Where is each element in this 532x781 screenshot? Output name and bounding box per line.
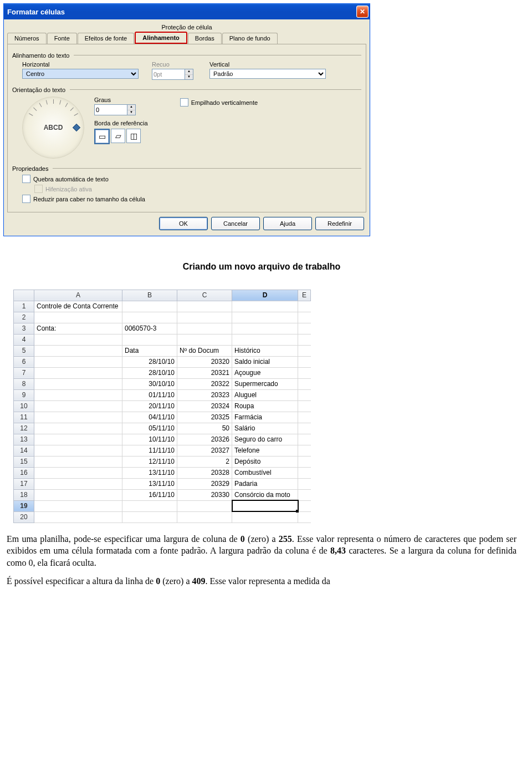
- cell[interactable]: [177, 511, 232, 523]
- cell[interactable]: [34, 400, 122, 412]
- cell[interactable]: [232, 500, 298, 511]
- cell[interactable]: [232, 334, 298, 345]
- col-header-A[interactable]: A: [34, 290, 122, 301]
- cell[interactable]: 10/11/10: [122, 434, 177, 445]
- row-header[interactable]: 9: [14, 389, 34, 400]
- cell[interactable]: [177, 500, 232, 511]
- row-header[interactable]: 13: [14, 434, 34, 445]
- cell[interactable]: Roupa: [232, 400, 298, 412]
- tab-font[interactable]: Fonte: [47, 33, 77, 44]
- cell[interactable]: 04/11/10: [122, 412, 177, 423]
- cell[interactable]: 16/11/10: [122, 489, 177, 500]
- help-button[interactable]: Ajuda: [263, 217, 312, 230]
- cell[interactable]: Controle de Conta Corrente: [34, 301, 122, 312]
- cell[interactable]: [34, 356, 122, 367]
- row-header[interactable]: 18: [14, 489, 34, 500]
- row-header[interactable]: 5: [14, 345, 34, 356]
- stacked-checkbox[interactable]: [180, 98, 188, 106]
- cell[interactable]: Saldo inicial: [232, 356, 298, 367]
- cell[interactable]: [34, 378, 122, 389]
- tab-background[interactable]: Plano de fundo: [222, 33, 278, 44]
- row-header[interactable]: 6: [14, 356, 34, 367]
- cell[interactable]: [298, 301, 311, 312]
- cell[interactable]: [298, 389, 311, 400]
- row-header[interactable]: 12: [14, 423, 34, 434]
- col-header-C[interactable]: C: [177, 290, 232, 301]
- cell[interactable]: 20324: [177, 400, 232, 412]
- upper-tab-protection[interactable]: Proteção de célula: [7, 23, 366, 32]
- cell[interactable]: [177, 301, 232, 312]
- horizontal-select[interactable]: Centro: [22, 69, 139, 79]
- cell[interactable]: [232, 312, 298, 323]
- cell[interactable]: [177, 323, 232, 334]
- cell[interactable]: Salário: [232, 423, 298, 434]
- cell[interactable]: [298, 312, 311, 323]
- row-header[interactable]: 3: [14, 323, 34, 334]
- cell[interactable]: [298, 412, 311, 423]
- cell[interactable]: 05/11/10: [122, 423, 177, 434]
- row-header[interactable]: 20: [14, 511, 34, 523]
- cell[interactable]: 20329: [177, 478, 232, 489]
- cell[interactable]: 13/11/10: [122, 478, 177, 489]
- row-header[interactable]: 19: [14, 500, 34, 511]
- cell[interactable]: [34, 467, 122, 478]
- cell[interactable]: [298, 367, 311, 378]
- cell[interactable]: 13/11/10: [122, 467, 177, 478]
- ref-edge-top-icon[interactable]: ▱: [111, 129, 125, 143]
- reset-button[interactable]: Redefinir: [315, 217, 364, 230]
- cell[interactable]: Conta:: [34, 323, 122, 334]
- cell[interactable]: 01/11/10: [122, 389, 177, 400]
- cell[interactable]: Seguro do carro: [232, 434, 298, 445]
- cell[interactable]: [34, 423, 122, 434]
- cell[interactable]: [232, 301, 298, 312]
- col-header-E[interactable]: E: [298, 290, 311, 301]
- cell[interactable]: 11/11/10: [122, 445, 177, 456]
- wrap-checkbox[interactable]: [22, 175, 30, 183]
- degrees-input[interactable]: [94, 104, 127, 115]
- cell[interactable]: [298, 323, 311, 334]
- row-header[interactable]: 14: [14, 445, 34, 456]
- cell[interactable]: [34, 500, 122, 511]
- cell[interactable]: Combustível: [232, 467, 298, 478]
- row-header[interactable]: 10: [14, 400, 34, 412]
- cell[interactable]: [298, 345, 311, 356]
- cell[interactable]: [298, 434, 311, 445]
- row-header[interactable]: 11: [14, 412, 34, 423]
- degrees-spinner[interactable]: ▲▼: [94, 104, 148, 115]
- cell[interactable]: [122, 312, 177, 323]
- cell[interactable]: [298, 378, 311, 389]
- cell[interactable]: 20320: [177, 356, 232, 367]
- cell[interactable]: [122, 301, 177, 312]
- shrink-checkbox[interactable]: [22, 195, 30, 203]
- tab-font-effects[interactable]: Efeitos de fonte: [78, 33, 134, 44]
- cell[interactable]: [34, 345, 122, 356]
- cell[interactable]: [34, 445, 122, 456]
- ok-button[interactable]: OK: [159, 217, 208, 230]
- cell[interactable]: [34, 412, 122, 423]
- cancel-button[interactable]: Cancelar: [211, 217, 260, 230]
- cell[interactable]: 20328: [177, 467, 232, 478]
- ref-edge-inside-icon[interactable]: ◫: [126, 129, 141, 143]
- cell[interactable]: [34, 389, 122, 400]
- cell[interactable]: Telefone: [232, 445, 298, 456]
- tab-numbers[interactable]: Números: [7, 33, 47, 44]
- cell[interactable]: 12/11/10: [122, 456, 177, 467]
- row-header[interactable]: 2: [14, 312, 34, 323]
- cell[interactable]: Depósito: [232, 456, 298, 467]
- cell[interactable]: [34, 434, 122, 445]
- cell[interactable]: [34, 312, 122, 323]
- close-icon[interactable]: ✕: [356, 6, 369, 18]
- cell[interactable]: [298, 489, 311, 500]
- cell[interactable]: [122, 334, 177, 345]
- cell[interactable]: 20/11/10: [122, 400, 177, 412]
- cell[interactable]: 20330: [177, 489, 232, 500]
- cell[interactable]: 2: [177, 456, 232, 467]
- cell[interactable]: 20323: [177, 389, 232, 400]
- cell[interactable]: [34, 334, 122, 345]
- cell[interactable]: 28/10/10: [122, 356, 177, 367]
- cell[interactable]: [122, 500, 177, 511]
- cell[interactable]: Histórico: [232, 345, 298, 356]
- cell[interactable]: [177, 312, 232, 323]
- cell[interactable]: [298, 478, 311, 489]
- cell[interactable]: [232, 511, 298, 523]
